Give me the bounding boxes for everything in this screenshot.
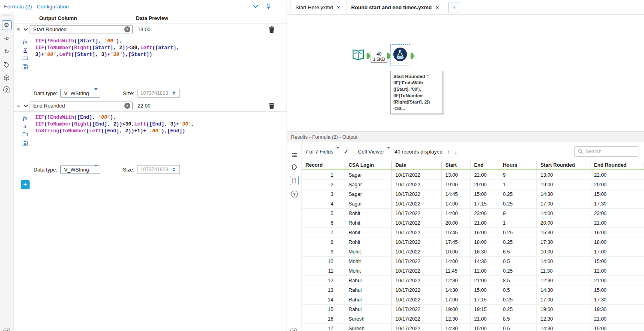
help-tab-icon[interactable]: ?	[3, 86, 10, 93]
column-header[interactable]: Start	[442, 161, 471, 169]
apply-check-icon[interactable]: ✓	[344, 148, 349, 155]
column-header[interactable]: Record	[302, 161, 345, 169]
editor-icons: fx X	[20, 35, 30, 86]
refresh-tab-icon[interactable]: ↻	[2, 47, 12, 56]
column-header[interactable]: End Rounded	[590, 161, 644, 169]
package-tab-icon[interactable]	[2, 73, 12, 83]
caret-down-icon	[387, 149, 390, 155]
save-expression-icon[interactable]	[22, 140, 28, 147]
delete-expression-button[interactable]	[269, 103, 275, 109]
data-preview-header: Data Preview	[136, 15, 168, 21]
functions-icon[interactable]: fx	[23, 115, 28, 121]
cell-viewer-dropdown[interactable]: Cell Viewer	[358, 149, 390, 155]
saved-expressions-folder-icon[interactable]	[22, 55, 28, 62]
fields-dropdown[interactable]: 7 of 7 Fields	[305, 149, 339, 155]
table-row[interactable]: 11Mohit10/17/202211:4512:000.2511:3012:0…	[302, 266, 644, 276]
add-expression-button[interactable]: +	[21, 180, 30, 189]
size-input[interactable]	[138, 90, 170, 96]
table-row[interactable]: 4Sagar10/17/202217:0017:150.2517:0017:30	[302, 199, 644, 209]
results-help-bottom-icon[interactable]: ?	[290, 328, 297, 331]
data-type-select[interactable]: V_WString	[60, 165, 100, 174]
table-row[interactable]: 9Mohit10/17/202210:0016:306.510:0017:00	[302, 247, 644, 257]
column-header[interactable]: Date	[392, 161, 442, 169]
connection-progress-label[interactable]: 40 1.5KB	[371, 51, 387, 63]
configuration-tab-icon[interactable]: ⚙	[2, 20, 12, 30]
scroll-up-icon[interactable]: ↑	[447, 148, 450, 155]
table-cell: 17:00	[537, 295, 590, 304]
table-cell: 9	[302, 247, 345, 256]
input-tool-output-anchor[interactable]	[367, 53, 370, 59]
size-input[interactable]	[138, 167, 170, 172]
delete-expression-button[interactable]	[269, 26, 275, 33]
variables-icon[interactable]: X	[24, 124, 27, 129]
data-view-icon[interactable]	[290, 176, 299, 185]
table-cell: 19:30	[590, 305, 644, 314]
column-header[interactable]: Start Rounded	[537, 161, 590, 169]
formula-code[interactable]: IIF(!EndsWith([End], '00'), IIF(ToNumber…	[30, 112, 287, 163]
clear-field-icon[interactable]: ×	[124, 103, 130, 109]
expand-expression-chevron-icon[interactable]	[22, 28, 30, 31]
table-row[interactable]: 15Rahul10/17/202219:0019:150.2519:0019:3…	[302, 305, 644, 314]
layout-rows-icon[interactable]	[291, 152, 297, 158]
scroll-down-icon[interactable]: ↓	[454, 148, 457, 155]
workflow-canvas[interactable]: 40 1.5KB Start Rounded = IIF(!EndsWith (…	[287, 15, 644, 132]
output-column-input[interactable]: Start Rounded ×	[30, 25, 133, 34]
table-cell: 14:30	[537, 324, 590, 331]
configuration-header: Formula (2) - Configuration	[0, 0, 287, 13]
close-tab-icon[interactable]: ×	[337, 4, 340, 10]
expand-expression-chevron-icon[interactable]	[22, 104, 30, 108]
table-cell: 9	[499, 209, 537, 218]
formula-tool-output-anchor[interactable]	[411, 53, 414, 59]
tab-round-times[interactable]: Round start and end times.yxmd ×	[346, 1, 444, 13]
table-row[interactable]: 2Sagar10/17/202219:0020:00119:0020:00	[302, 180, 644, 189]
table-row[interactable]: 16Suresh10/17/202212:3021:008.512:3021:0…	[302, 314, 644, 324]
saved-expressions-folder-icon[interactable]	[22, 132, 28, 138]
output-column-input[interactable]: End Rounded ×	[30, 102, 133, 110]
table-row[interactable]: 17Suresh10/17/202214:3015:000.514:3015:0…	[302, 324, 644, 331]
input-data-tool[interactable]	[350, 48, 366, 64]
table-row[interactable]: 6Rohit10/17/202220:0021:00120:0021:00	[302, 218, 644, 228]
column-header[interactable]: Hours	[499, 161, 537, 169]
table-cell: Sagar	[345, 189, 392, 199]
help-bottom-icon[interactable]: ?	[3, 328, 10, 331]
table-row[interactable]: 8Rohit10/17/202217:4518:000.2517:3018:00	[302, 237, 644, 247]
search-input[interactable]	[586, 149, 635, 154]
table-row[interactable]: 1Sagar10/17/202213:0022:00913:0022:00	[302, 170, 644, 180]
table-row[interactable]: 3Sagar10/17/202214:4515:000.2514:3015:00	[302, 189, 644, 199]
formula-tool[interactable]	[393, 47, 407, 62]
pin-panel-icon[interactable]	[265, 3, 271, 10]
functions-icon[interactable]: fx	[23, 38, 28, 45]
table-cell: 10/17/2022	[392, 237, 442, 247]
size-stepper[interactable]	[170, 166, 177, 173]
save-expression-icon[interactable]	[22, 64, 28, 71]
table-cell: 0.25	[499, 266, 537, 275]
close-tab-icon[interactable]: ×	[436, 4, 439, 10]
column-header[interactable]: CSA Login	[345, 161, 392, 169]
variables-icon[interactable]: X	[24, 47, 27, 53]
tag-tab-icon[interactable]	[2, 60, 12, 70]
tab-start-here[interactable]: Start Here.yxmd ×	[290, 1, 345, 13]
panel-grip-dots[interactable]: ·····	[3, 14, 11, 17]
table-row[interactable]: 14Rahul10/17/202217:0017:150.2517:0017:3…	[302, 295, 644, 305]
results-help-icon[interactable]: ?	[291, 191, 298, 197]
drag-handle-icon[interactable]: ≡	[15, 26, 22, 32]
data-type-select[interactable]: V_WString	[60, 89, 100, 98]
drag-handle-icon[interactable]: ≡	[15, 103, 22, 109]
column-header[interactable]: End	[471, 161, 499, 169]
results-main: 7 of 7 Fields ✓ Cell Viewer 40 records d…	[302, 142, 644, 331]
annotation-code-tab-icon[interactable]: </>	[2, 34, 12, 43]
table-row[interactable]: 12Rahul10/17/202212:3021:008.512:3021:00	[302, 276, 644, 285]
formula-code[interactable]: IIF(!EndsWith([Start], '00'), IIF(ToNumb…	[30, 35, 287, 86]
table-cell: 19:00	[537, 180, 590, 189]
collapse-panel-chevron-icon[interactable]	[253, 5, 258, 8]
size-stepper[interactable]	[170, 89, 177, 97]
table-row[interactable]: 7Rohit10/17/202215:4516:000.2515:3016:00	[302, 228, 644, 237]
table-row[interactable]: 10Mohit10/17/202214:0014:300.514:0015:00	[302, 257, 644, 266]
new-tab-button[interactable]: +	[448, 2, 460, 12]
table-row[interactable]: 5Rohit10/17/202214:0023:00914:0023:00	[302, 209, 644, 218]
connection-bracket-icon[interactable]	[291, 164, 297, 170]
table-row[interactable]: 13Rahul10/17/202214:3015:000.514:3015:00	[302, 285, 644, 295]
splitter-handle[interactable]: ·····	[289, 143, 299, 146]
table-cell: 4	[302, 199, 345, 208]
clear-field-icon[interactable]: ×	[124, 26, 130, 32]
